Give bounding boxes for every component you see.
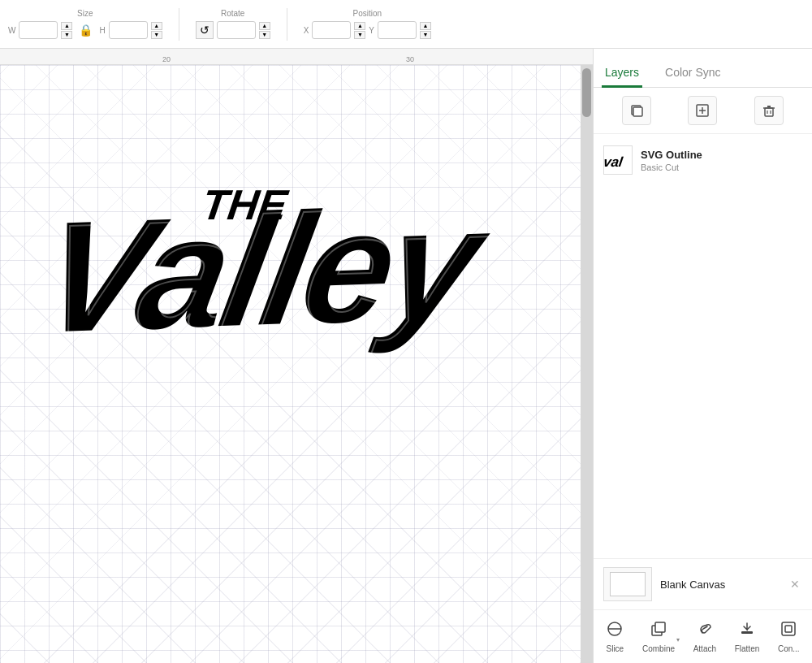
position-y-label: Y: [369, 26, 374, 35]
ruler-mark-20: 20: [162, 55, 171, 63]
flatten-button[interactable]: Flatten: [728, 617, 767, 656]
slice-icon: [606, 620, 624, 642]
size-w-up[interactable]: ▲: [61, 22, 72, 30]
panel-tabs: Layers Color Sync: [594, 49, 812, 88]
size-group: Size W ▲ ▼ 🔒 H ▲ ▼: [8, 9, 162, 39]
divider-2: [287, 8, 287, 41]
svg-rect-4: [633, 107, 642, 116]
layer-item[interactable]: val SVG Outline Basic Cut: [594, 141, 812, 180]
layer-thumbnail: val: [603, 145, 633, 175]
attach-label: Attach: [693, 644, 716, 653]
combine-icon: [650, 620, 667, 642]
combine-dropdown-arrow: ▾: [676, 636, 680, 644]
flatten-label: Flatten: [735, 644, 760, 653]
top-toolbar: Size W ▲ ▼ 🔒 H ▲ ▼ Rotate ↺ ▲ ▼: [0, 0, 812, 49]
combine-button[interactable]: Combine ▾: [636, 617, 681, 656]
ruler-numbers: 20 30: [0, 49, 581, 65]
svg-rect-20: [785, 626, 792, 632]
tab-layers[interactable]: Layers: [602, 59, 642, 88]
rotate-ccw-button[interactable]: ↺: [196, 21, 214, 39]
size-label: Size: [77, 9, 93, 18]
svg-rect-18: [741, 631, 753, 634]
slice-label: Slice: [606, 644, 624, 653]
attach-icon: [696, 620, 714, 642]
layer-type: Basic Cut: [641, 162, 702, 172]
svg-text:Valley: Valley: [49, 177, 503, 369]
contour-icon: [780, 620, 797, 642]
rotate-label: Rotate: [221, 9, 244, 18]
size-w-input[interactable]: [19, 21, 58, 39]
canvas-item-name: Blank Canvas: [660, 578, 725, 591]
rotate-down[interactable]: ▼: [259, 31, 270, 39]
add-layer-button[interactable]: [688, 96, 717, 125]
slice-button[interactable]: Slice: [599, 617, 630, 656]
tab-color-sync[interactable]: Color Sync: [662, 59, 723, 88]
svg-rect-17: [655, 622, 665, 632]
svg-text:val: val: [604, 154, 624, 170]
duplicate-layer-button[interactable]: [622, 96, 651, 125]
position-y-up[interactable]: ▲: [420, 22, 431, 30]
size-h-label: H: [99, 26, 105, 35]
position-y-spinner[interactable]: ▲ ▼: [420, 22, 431, 39]
svg-rect-19: [782, 622, 795, 635]
panel-toolbar: [594, 88, 812, 134]
layer-list: val SVG Outline Basic Cut: [594, 134, 812, 558]
attach-button[interactable]: Attach: [687, 617, 723, 656]
size-h-spinner[interactable]: ▲ ▼: [151, 22, 162, 39]
canvas-item-row: Blank Canvas ✕: [594, 558, 812, 609]
divider-1: [179, 8, 179, 41]
flatten-icon: [738, 620, 756, 642]
rotate-spinner[interactable]: ▲ ▼: [259, 22, 270, 39]
rotate-up[interactable]: ▲: [259, 22, 270, 30]
canvas-area[interactable]: 20 30 THE Valley Valley: [0, 49, 593, 663]
canvas-thumbnail: [603, 567, 652, 601]
size-h-down[interactable]: ▼: [151, 31, 162, 39]
layer-info: SVG Outline Basic Cut: [641, 149, 702, 172]
position-x-label: X: [304, 26, 309, 35]
layer-name: SVG Outline: [641, 149, 702, 161]
canvas-thumbnail-inner: [610, 572, 646, 596]
ruler-top: 20 30: [0, 49, 593, 65]
lock-icon[interactable]: 🔒: [76, 24, 96, 37]
position-group: Position X ▲ ▼ Y ▲ ▼: [304, 9, 431, 39]
contour-button[interactable]: Con...: [771, 617, 806, 656]
position-x-down[interactable]: ▼: [354, 31, 365, 39]
size-h-up[interactable]: ▲: [151, 22, 162, 30]
bottom-panel-toolbar: Slice Combine ▾ Attach: [594, 609, 812, 663]
ruler-mark-30: 30: [406, 55, 414, 63]
size-w-label: W: [8, 26, 15, 35]
contour-label: Con...: [778, 644, 800, 653]
position-x-spinner[interactable]: ▲ ▼: [354, 22, 365, 39]
scrollbar-thumb[interactable]: [582, 68, 591, 117]
rotate-group: Rotate ↺ ▲ ▼: [196, 9, 270, 39]
svg-rect-8: [765, 108, 773, 116]
combine-label: Combine: [642, 644, 675, 653]
delete-layer-button[interactable]: [754, 96, 784, 125]
position-x-input[interactable]: [312, 21, 351, 39]
rotate-input[interactable]: [217, 21, 256, 39]
size-h-input[interactable]: [109, 21, 148, 39]
scrollbar-right[interactable]: [581, 65, 593, 663]
canvas-grid[interactable]: THE Valley Valley: [0, 65, 581, 663]
position-label: Position: [353, 9, 382, 18]
canvas-close-button[interactable]: ✕: [788, 577, 802, 592]
position-y-input[interactable]: [378, 21, 417, 39]
right-panel: Layers Color Sync: [593, 49, 812, 663]
size-w-spinner[interactable]: ▲ ▼: [61, 22, 72, 39]
size-w-down[interactable]: ▼: [61, 31, 72, 39]
position-y-down[interactable]: ▼: [420, 31, 431, 39]
valley-logo[interactable]: THE Valley Valley: [49, 114, 512, 374]
main-area: 20 30 THE Valley Valley: [0, 49, 812, 663]
position-x-up[interactable]: ▲: [354, 22, 365, 30]
